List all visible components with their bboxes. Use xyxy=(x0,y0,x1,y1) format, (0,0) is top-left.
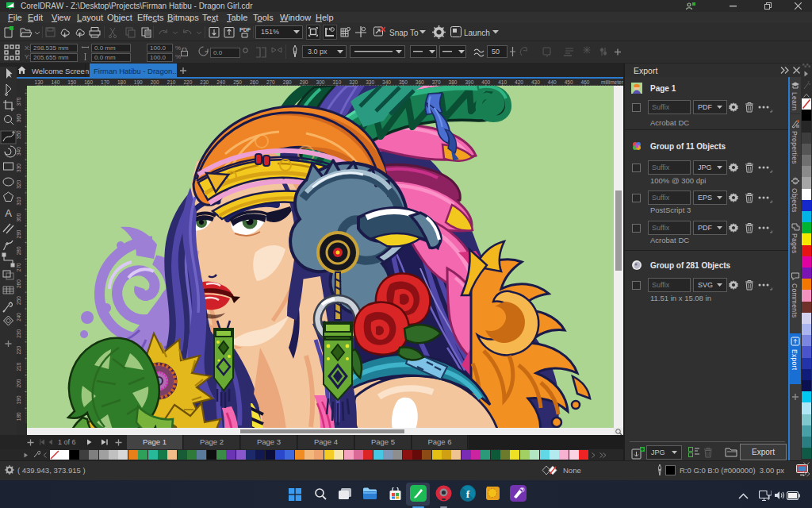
svg-text:180: 180 xyxy=(117,79,126,85)
svg-text:340: 340 xyxy=(382,79,391,85)
svg-text:f: f xyxy=(466,488,470,500)
svg-text:210: 210 xyxy=(17,362,21,371)
svg-text:PDF: PDF xyxy=(239,27,251,33)
svg-text:290: 290 xyxy=(300,79,308,85)
svg-text:370: 370 xyxy=(17,97,21,106)
svg-text:360: 360 xyxy=(17,114,21,122)
svg-text:230: 230 xyxy=(17,329,21,338)
svg-text:330: 330 xyxy=(366,79,374,85)
svg-text:210: 210 xyxy=(167,79,176,85)
svg-text:390: 390 xyxy=(465,79,473,85)
svg-text:240: 240 xyxy=(17,313,21,321)
svg-text:230: 230 xyxy=(200,79,209,85)
svg-text:270: 270 xyxy=(266,79,275,85)
svg-text:220: 220 xyxy=(183,79,192,85)
svg-text:460: 460 xyxy=(581,79,590,85)
svg-text:450: 450 xyxy=(565,79,573,85)
svg-text:A: A xyxy=(5,207,12,219)
svg-text:340: 340 xyxy=(17,147,21,156)
svg-text:140: 140 xyxy=(51,79,59,85)
svg-text:330: 330 xyxy=(17,164,21,172)
svg-text:190: 190 xyxy=(17,395,21,404)
svg-text:440: 440 xyxy=(548,79,557,85)
svg-text:200: 200 xyxy=(151,79,159,85)
svg-text:310: 310 xyxy=(332,79,341,85)
svg-text:350: 350 xyxy=(399,79,408,85)
svg-text:250: 250 xyxy=(17,296,21,305)
svg-text:420: 420 xyxy=(515,79,523,85)
svg-text:280: 280 xyxy=(283,79,292,85)
svg-text:410: 410 xyxy=(498,79,507,85)
svg-text:310: 310 xyxy=(17,196,21,205)
svg-text:180: 180 xyxy=(17,412,21,421)
svg-text:360: 360 xyxy=(416,79,424,85)
svg-text:380: 380 xyxy=(449,79,458,85)
svg-text:220: 220 xyxy=(17,345,21,354)
svg-text:250: 250 xyxy=(233,79,242,85)
svg-text:200: 200 xyxy=(17,379,21,387)
svg-text:290: 290 xyxy=(17,229,21,238)
svg-text:130: 130 xyxy=(35,79,44,85)
svg-text:430: 430 xyxy=(531,79,540,85)
svg-text:300: 300 xyxy=(17,213,21,221)
svg-text:150: 150 xyxy=(67,79,76,85)
svg-text:370: 370 xyxy=(432,79,441,85)
svg-text:millimeters: millimeters xyxy=(601,79,623,85)
svg-text:350: 350 xyxy=(17,130,21,139)
svg-text:160: 160 xyxy=(84,79,93,85)
svg-text:320: 320 xyxy=(349,79,358,85)
svg-text:270: 270 xyxy=(17,263,21,271)
svg-text:300: 300 xyxy=(316,79,325,85)
svg-text:260: 260 xyxy=(17,279,21,288)
svg-text:260: 260 xyxy=(250,79,259,85)
svg-text:400: 400 xyxy=(481,79,490,85)
svg-text:170: 170 xyxy=(101,79,109,85)
svg-text:240: 240 xyxy=(216,79,225,85)
svg-text:280: 280 xyxy=(17,246,21,255)
svg-text:320: 320 xyxy=(17,180,21,189)
svg-text:190: 190 xyxy=(134,79,143,85)
